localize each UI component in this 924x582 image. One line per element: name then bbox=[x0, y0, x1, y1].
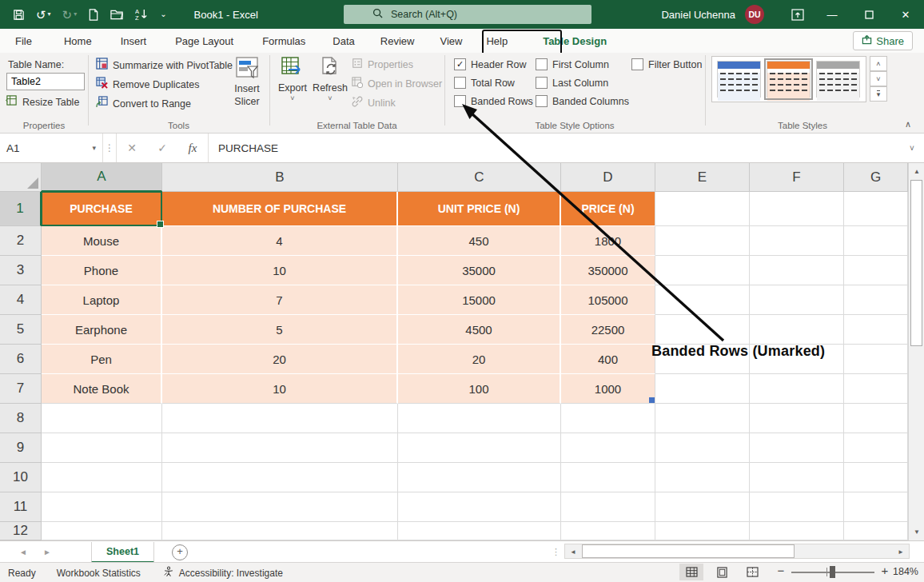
convert-to-range-button[interactable]: Convert to Range bbox=[96, 96, 191, 111]
grid-cell-E12[interactable] bbox=[655, 522, 750, 540]
grid-cell-C9[interactable] bbox=[398, 433, 561, 463]
insert-function-icon[interactable]: fx bbox=[177, 142, 208, 155]
grid-cell-E11[interactable] bbox=[655, 492, 750, 522]
grid-cell-F10[interactable] bbox=[750, 463, 844, 492]
row-header-12[interactable]: 12 bbox=[0, 522, 42, 540]
scroll-up-icon[interactable]: ▲ bbox=[910, 164, 924, 178]
table-data-cell[interactable]: 105000 bbox=[561, 285, 655, 315]
table-style-orange[interactable] bbox=[767, 61, 810, 98]
column-header-G[interactable]: G bbox=[844, 163, 908, 192]
tab-help[interactable]: Help bbox=[476, 29, 518, 53]
table-data-cell[interactable]: 7 bbox=[162, 285, 398, 315]
grid-cell-D8[interactable] bbox=[561, 404, 655, 433]
table-data-cell[interactable]: 35000 bbox=[398, 256, 561, 285]
table-data-cell[interactable]: 1800 bbox=[561, 226, 655, 256]
tab-data[interactable]: Data bbox=[322, 29, 364, 53]
row-header-1[interactable]: 1 bbox=[0, 192, 42, 226]
checkbox-banded-rows[interactable]: ✓ Banded Rows bbox=[454, 95, 533, 107]
grid-cell-E9[interactable] bbox=[655, 433, 750, 463]
undo-icon[interactable]: ↺▾ bbox=[36, 9, 51, 21]
grid-cell-B11[interactable] bbox=[162, 492, 398, 522]
table-data-cell[interactable]: 5 bbox=[162, 315, 398, 345]
collapse-ribbon-icon[interactable]: ∧ bbox=[905, 119, 911, 130]
sort-az-icon[interactable]: AZ bbox=[135, 8, 149, 21]
workbook-statistics-button[interactable]: Workbook Statistics bbox=[57, 568, 141, 579]
grid-cell-F1[interactable] bbox=[750, 192, 844, 226]
grid-cell-A10[interactable] bbox=[42, 463, 162, 492]
grid-cell-F5[interactable] bbox=[750, 315, 844, 345]
tab-file[interactable]: File bbox=[5, 29, 42, 53]
grid-cell-F11[interactable] bbox=[750, 492, 844, 522]
table-data-cell[interactable]: Phone bbox=[42, 256, 162, 285]
grid-cell-G7[interactable] bbox=[844, 374, 908, 404]
qat-customize-icon[interactable]: ⌄ bbox=[160, 10, 166, 18]
refresh-dropdown-icon[interactable]: ˅ bbox=[328, 94, 332, 102]
tab-review[interactable]: Review bbox=[370, 29, 425, 53]
table-data-cell[interactable]: 450 bbox=[398, 226, 561, 256]
view-page-break-button[interactable] bbox=[740, 564, 764, 580]
resize-table-button[interactable]: Resize Table bbox=[6, 94, 79, 110]
row-header-10[interactable]: 10 bbox=[0, 463, 42, 492]
tab-home[interactable]: Home bbox=[54, 29, 102, 53]
zoom-out-button[interactable]: − bbox=[774, 564, 788, 577]
share-button[interactable]: Share bbox=[853, 31, 913, 50]
avatar[interactable]: DU bbox=[745, 5, 764, 24]
table-data-cell[interactable]: 1000 bbox=[561, 374, 655, 404]
row-header-8[interactable]: 8 bbox=[0, 404, 42, 433]
grid-cell-G12[interactable] bbox=[844, 522, 908, 540]
view-normal-button[interactable] bbox=[679, 564, 703, 580]
insert-slicer-button[interactable]: Insert Slicer bbox=[229, 57, 265, 108]
maximize-button[interactable] bbox=[850, 0, 887, 29]
grid-cell-E1[interactable] bbox=[655, 192, 750, 226]
grid-cell-F2[interactable] bbox=[750, 226, 844, 256]
zoom-in-button[interactable]: + bbox=[878, 564, 892, 577]
grid-cell-E8[interactable] bbox=[655, 404, 750, 433]
row-header-4[interactable]: 4 bbox=[0, 285, 42, 315]
scroll-down-icon[interactable]: ▼ bbox=[910, 524, 924, 539]
grid-cell-F9[interactable] bbox=[750, 433, 844, 463]
row-header-6[interactable]: 6 bbox=[0, 345, 42, 374]
grid-cell-G4[interactable] bbox=[844, 285, 908, 315]
horizontal-scrollbar-thumb[interactable] bbox=[582, 544, 795, 558]
row-header-9[interactable]: 9 bbox=[0, 433, 42, 463]
grid-cell-F3[interactable] bbox=[750, 256, 844, 285]
grid-cell-C11[interactable] bbox=[398, 492, 561, 522]
table-style-blue[interactable] bbox=[717, 61, 761, 98]
close-button[interactable]: ✕ bbox=[887, 0, 924, 29]
column-header-A[interactable]: A bbox=[42, 163, 162, 192]
row-header-5[interactable]: 5 bbox=[0, 315, 42, 345]
grid-cell-B10[interactable] bbox=[162, 463, 398, 492]
grid-cell-B8[interactable] bbox=[162, 404, 398, 433]
grid-cell-G9[interactable] bbox=[844, 433, 908, 463]
add-sheet-button[interactable]: + bbox=[172, 544, 188, 560]
accessibility-status[interactable]: Accessibility: Investigate bbox=[163, 566, 283, 580]
checkbox-first-column[interactable]: ✓ First Column bbox=[536, 58, 609, 70]
grid-cell-C10[interactable] bbox=[398, 463, 561, 492]
table-data-cell[interactable]: 400 bbox=[561, 345, 655, 374]
grid-cell-F4[interactable] bbox=[750, 285, 844, 315]
table-header-cell[interactable]: PURCHASE bbox=[42, 192, 162, 226]
table-data-cell[interactable]: Earphone bbox=[42, 315, 162, 345]
grid-cell-E10[interactable] bbox=[655, 463, 750, 492]
tab-insert[interactable]: Insert bbox=[110, 29, 157, 53]
scroll-right-icon[interactable]: ► bbox=[894, 544, 908, 559]
table-data-cell[interactable]: 15000 bbox=[398, 285, 561, 315]
scroll-left-icon[interactable]: ◄ bbox=[566, 544, 580, 559]
save-icon[interactable] bbox=[13, 9, 25, 21]
table-resize-handle[interactable] bbox=[649, 397, 655, 403]
grid-cell-F7[interactable] bbox=[750, 374, 844, 404]
vertical-scrollbar[interactable]: ▲ ▼ bbox=[908, 163, 924, 540]
user-name[interactable]: Daniel Uchenna bbox=[661, 9, 735, 21]
table-data-cell[interactable]: 10 bbox=[162, 374, 398, 404]
checkbox-header-row[interactable]: ✓ Header Row bbox=[454, 58, 526, 70]
grid-cell-D10[interactable] bbox=[561, 463, 655, 492]
export-dropdown-icon[interactable]: ˅ bbox=[290, 94, 294, 102]
row-header-11[interactable]: 11 bbox=[0, 492, 42, 522]
minimize-button[interactable]: — bbox=[814, 0, 850, 29]
grid-cell-F8[interactable] bbox=[750, 404, 844, 433]
table-data-cell[interactable]: 100 bbox=[398, 374, 561, 404]
grid-cell-G2[interactable] bbox=[844, 226, 908, 256]
tab-formulas[interactable]: Formulas bbox=[252, 29, 316, 53]
table-header-cell[interactable]: PRICE (N) bbox=[561, 192, 655, 226]
grid-cell-B9[interactable] bbox=[162, 433, 398, 463]
